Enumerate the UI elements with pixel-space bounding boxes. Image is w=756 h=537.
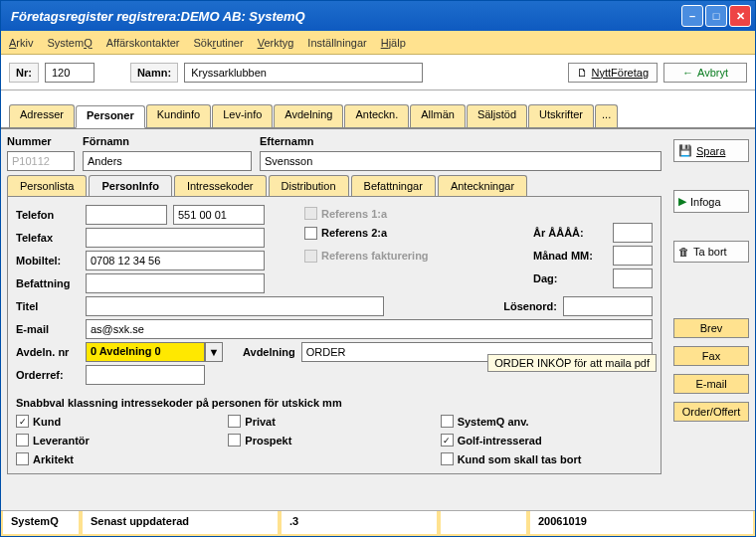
orderref-label: Orderref: xyxy=(16,369,80,381)
ref2-checkbox[interactable] xyxy=(304,227,317,240)
dag-label: Dag: xyxy=(533,272,607,284)
manad-input[interactable] xyxy=(613,246,653,266)
subtab-distribution[interactable]: Distribution xyxy=(269,175,349,196)
telefax-input[interactable] xyxy=(86,228,265,248)
status-1: SystemQ xyxy=(1,511,81,536)
email-button[interactable]: E-mail xyxy=(673,374,749,394)
app-window: Företagsregister registrera:DEMO AB: Sys… xyxy=(0,0,756,537)
brev-button[interactable]: Brev xyxy=(673,318,749,338)
prospekt-checkbox[interactable] xyxy=(228,434,241,447)
tasbort-checkbox[interactable] xyxy=(441,452,454,465)
infoga-button[interactable]: ▶Infoga xyxy=(673,190,749,213)
tab-levinfo[interactable]: Lev-info xyxy=(212,104,273,127)
losenord-label: Lösenord: xyxy=(503,300,557,312)
dag-input[interactable] xyxy=(613,268,653,288)
menu-hjalp[interactable]: Hjälp xyxy=(381,37,406,49)
titel-input[interactable] xyxy=(86,296,384,316)
befattning-input[interactable] xyxy=(86,273,265,293)
play-icon: ▶ xyxy=(678,195,686,208)
status-5: 20061019 xyxy=(528,511,755,536)
orderref-input[interactable] xyxy=(86,365,205,385)
efternamn-label: Efternamn xyxy=(260,135,662,147)
fax-button[interactable]: Fax xyxy=(673,346,749,366)
main-panel: Nummer Förnamn Efternamn Personlista Per… xyxy=(1,129,667,510)
befattning-label: Befattning xyxy=(16,277,80,289)
tab-adresser[interactable]: Adresser xyxy=(9,104,75,127)
quickselect-grid: ✓Kund Leverantör Arkitekt Privat Prospek… xyxy=(16,415,653,465)
window-title: Företagsregister registrera:DEMO AB: Sys… xyxy=(5,9,681,24)
close-button[interactable]: ✕ xyxy=(729,5,751,27)
kund-checkbox[interactable]: ✓ xyxy=(16,415,29,428)
menu-sokrutiner[interactable]: Sökrutiner xyxy=(193,37,243,49)
namn-label: Namn: xyxy=(130,63,178,83)
minimize-button[interactable]: – xyxy=(681,5,703,27)
status-4 xyxy=(439,511,528,536)
tab-kundinfo[interactable]: Kundinfo xyxy=(146,104,211,127)
subtab-intressekoder[interactable]: Intressekoder xyxy=(174,175,267,196)
arrow-left-icon: ← xyxy=(682,67,693,79)
telefon-b-input[interactable] xyxy=(173,205,265,225)
avdeln-label: Avdeln. nr xyxy=(16,346,80,358)
subtab-personinfo[interactable]: PersonInfo xyxy=(89,175,171,196)
menu-arkiv[interactable]: Arkiv xyxy=(9,37,33,49)
fornamn-label: Förnamn xyxy=(83,135,252,147)
content-area: Nummer Förnamn Efternamn Personlista Per… xyxy=(1,128,755,510)
email-label: E-mail xyxy=(16,323,80,335)
nummer-input[interactable] xyxy=(7,151,75,171)
menu-verktyg[interactable]: Verktyg xyxy=(258,37,294,49)
tab-anteckn[interactable]: Anteckn. xyxy=(344,104,409,127)
spara-button[interactable]: 💾Spara xyxy=(673,139,749,162)
side-panel: 💾Spara ▶Infoga 🗑Ta bort Brev Fax E-mail … xyxy=(667,129,755,510)
ar-input[interactable] xyxy=(613,223,653,243)
mobiltel-input[interactable] xyxy=(86,251,265,270)
order-button[interactable]: Order/Offert xyxy=(673,402,749,422)
tabort-button[interactable]: 🗑Ta bort xyxy=(673,241,749,263)
namn-value[interactable]: Kryssarklubben xyxy=(184,63,423,83)
tab-avdelning[interactable]: Avdelning xyxy=(274,104,343,127)
telefax-label: Telefax xyxy=(16,232,80,244)
nr-label: Nr: xyxy=(9,63,39,83)
tab-personer[interactable]: Personer xyxy=(76,105,145,128)
mobiltel-label: Mobiltel: xyxy=(16,255,80,267)
menu-installningar[interactable]: Inställningar xyxy=(307,37,366,49)
nr-value[interactable]: 120 xyxy=(45,63,94,83)
tab-allman[interactable]: Allmän xyxy=(410,104,466,127)
personinfo-panel: Telefon Telefax Mobiltel: xyxy=(7,196,662,474)
subtab-anteckningar[interactable]: Anteckningar xyxy=(438,175,527,196)
status-3: .3 xyxy=(280,511,439,536)
menubar: Arkiv SystemQ Affärskontakter Sökrutiner… xyxy=(1,31,755,55)
tab-utskrifter[interactable]: Utskrifter xyxy=(528,104,594,127)
sysanv-checkbox[interactable] xyxy=(441,415,454,428)
toolbar: Nr: 120 Namn: Kryssarklubben 🗋 NyttFöret… xyxy=(1,55,755,90)
fornamn-input[interactable] xyxy=(83,151,252,171)
section-label: Snabbval klassning intressekoder på pers… xyxy=(16,397,653,409)
email-input[interactable] xyxy=(86,319,653,339)
menu-systemq[interactable]: SystemQ xyxy=(47,37,92,49)
subtab-personlista[interactable]: Personlista xyxy=(7,175,87,196)
efternamn-input[interactable] xyxy=(260,151,662,171)
avbryt-button[interactable]: ← Avbryt xyxy=(663,63,747,83)
maximize-button[interactable]: □ xyxy=(705,5,727,27)
leverantor-checkbox[interactable] xyxy=(16,434,29,447)
statusbar: SystemQ Senast uppdaterad .3 20061019 xyxy=(1,510,755,536)
chevron-down-icon[interactable]: ▼ xyxy=(205,342,223,362)
golf-checkbox[interactable]: ✓ xyxy=(441,434,454,447)
telefon-a-input[interactable] xyxy=(86,205,167,225)
menu-affarskontakter[interactable]: Affärskontakter xyxy=(106,37,180,49)
subtab-befattningar[interactable]: Befattningar xyxy=(351,175,436,196)
status-2: Senast uppdaterad xyxy=(81,511,280,536)
tab-more[interactable]: ... xyxy=(595,104,618,127)
telefon-label: Telefon xyxy=(16,209,80,221)
arkitekt-checkbox[interactable] xyxy=(16,452,29,465)
privat-checkbox[interactable] xyxy=(228,415,241,428)
ar-label: År ÅÅÅÅ: xyxy=(533,227,607,239)
avdelning-label: Avdelning xyxy=(243,346,295,358)
losenord-input[interactable] xyxy=(563,296,653,316)
avdeln-combo[interactable]: 0 Avdelning 0 ▼ xyxy=(86,342,223,362)
tab-saljstod[interactable]: Säljstöd xyxy=(467,104,527,127)
nytt-foretag-button[interactable]: 🗋 NyttFöretag xyxy=(568,63,658,83)
titlebar: Företagsregister registrera:DEMO AB: Sys… xyxy=(1,1,755,31)
nummer-label: Nummer xyxy=(7,135,75,147)
main-tabs: Adresser Personer Kundinfo Lev-info Avde… xyxy=(1,104,755,128)
tooltip: ORDER INKÖP för att maila pdf xyxy=(487,354,657,372)
